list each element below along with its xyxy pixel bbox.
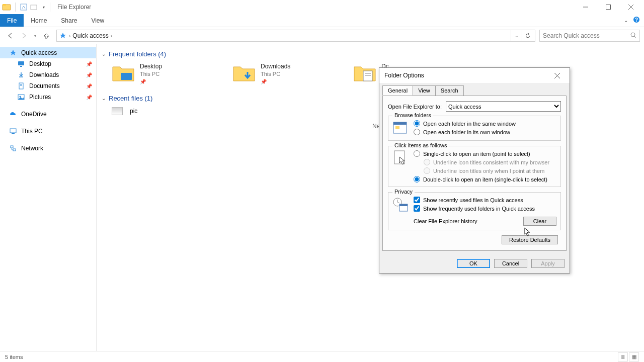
dialog-button-row: OK Cancel Apply: [379, 254, 570, 273]
group-legend: Click items as follows: [392, 142, 449, 148]
pictures-icon: [17, 93, 25, 101]
group-header-frequent[interactable]: ⌄ Frequent folders (4): [102, 50, 639, 58]
svg-marker-13: [10, 50, 16, 55]
sidebar-item-label: Pictures: [29, 94, 51, 101]
ribbon-expand-icon[interactable]: ⌄: [624, 18, 628, 23]
svg-rect-15: [20, 66, 22, 67]
sidebar-item-label: Quick access: [21, 49, 57, 56]
ribbon: File Home Share View ⌄ ?: [0, 14, 644, 27]
sidebar-item-onedrive[interactable]: OneDrive: [0, 109, 96, 120]
dialog-tabs: General View Search: [379, 83, 570, 96]
clear-button[interactable]: Clear: [523, 217, 556, 226]
separator: [50, 3, 50, 12]
group-header-label: Recent files (1): [109, 95, 152, 102]
dialog-titlebar: Folder Options: [379, 68, 570, 83]
minimize-button[interactable]: [574, 0, 597, 14]
dialog-title: Folder Options: [384, 72, 424, 79]
pin-icon: 📌: [86, 72, 92, 78]
sidebar-item-this-pc[interactable]: This PC: [0, 126, 96, 137]
svg-line-12: [634, 36, 636, 38]
sidebar-item-downloads[interactable]: Downloads 📌: [0, 69, 96, 80]
tab-general[interactable]: General: [382, 85, 413, 96]
back-button[interactable]: [4, 30, 16, 42]
qat-dropdown-icon[interactable]: ▾: [40, 3, 48, 11]
new-folder-icon[interactable]: [30, 3, 38, 11]
group-legend: Privacy: [392, 189, 415, 195]
refresh-button[interactable]: [522, 30, 533, 41]
radio-same-window[interactable]: Open each folder in the same window: [414, 120, 556, 127]
up-button[interactable]: [40, 30, 52, 42]
apply-button[interactable]: Apply: [531, 259, 565, 268]
file-name: pic: [130, 108, 137, 115]
help-icon[interactable]: ?: [633, 16, 640, 25]
group-click-items: Click items as follows Single-click to o…: [388, 146, 561, 187]
breadcrumb-segment[interactable]: Quick access: [72, 32, 108, 39]
chevron-right-icon[interactable]: ›: [69, 33, 70, 39]
search-box[interactable]: [539, 30, 640, 42]
svg-rect-40: [399, 204, 408, 206]
sidebar-item-quick-access[interactable]: Quick access: [0, 47, 96, 58]
folder-tile-desktop[interactable]: Desktop This PC 📌: [112, 63, 212, 84]
folder-name: Downloads: [261, 63, 290, 70]
svg-rect-33: [393, 122, 407, 125]
group-legend: Browse folders: [392, 112, 433, 118]
pin-icon: 📌: [86, 61, 92, 67]
quick-access-star-icon: [59, 32, 67, 40]
sidebar-item-pictures[interactable]: Pictures 📌: [0, 92, 96, 103]
open-to-select[interactable]: Quick access: [446, 101, 561, 112]
sidebar-item-documents[interactable]: Documents 📌: [0, 80, 96, 92]
radio-own-window[interactable]: Open each folder in its own window: [414, 129, 556, 135]
privacy-icon: [392, 197, 409, 213]
sidebar-item-label: OneDrive: [21, 111, 47, 118]
sidebar-item-label: Documents: [29, 82, 60, 89]
tab-view[interactable]: View: [84, 14, 111, 27]
this-pc-icon: [9, 127, 17, 135]
svg-rect-26: [121, 73, 132, 80]
pin-icon: 📌: [140, 79, 162, 84]
forward-button[interactable]: [18, 30, 30, 42]
quick-access-toolbar: ▾: [2, 3, 48, 12]
search-input[interactable]: [543, 32, 630, 39]
recent-locations-button[interactable]: ▾: [32, 30, 38, 42]
explorer-icon: [2, 3, 11, 12]
restore-defaults-button[interactable]: Restore Defaults: [502, 235, 558, 244]
dialog-close-button[interactable]: [549, 69, 565, 81]
address-dropdown-button[interactable]: ⌄: [511, 30, 522, 41]
svg-point-11: [631, 33, 635, 37]
radio-single-click[interactable]: Single-click to open an item (point to s…: [414, 150, 556, 157]
maximize-button[interactable]: [597, 0, 619, 14]
tab-share[interactable]: Share: [54, 14, 84, 27]
svg-rect-17: [19, 83, 23, 89]
checkbox-recent-files[interactable]: Show recently used files in Quick access: [414, 197, 556, 203]
cancel-button[interactable]: Cancel: [494, 259, 527, 268]
properties-icon[interactable]: [20, 3, 28, 11]
network-icon: [9, 144, 17, 152]
titlebar: ▾ File Explorer: [0, 0, 644, 14]
click-items-icon: [392, 150, 409, 166]
ok-button[interactable]: OK: [457, 259, 490, 268]
sidebar-item-desktop[interactable]: Desktop 📌: [0, 58, 96, 69]
search-icon[interactable]: [630, 32, 636, 40]
radio-double-click[interactable]: Double-click to open an item (single-cli…: [414, 176, 556, 183]
sidebar-item-network[interactable]: Network: [0, 143, 96, 154]
folder-icon: [112, 63, 135, 83]
close-button[interactable]: [619, 0, 642, 14]
file-tab[interactable]: File: [0, 14, 24, 27]
folder-icon: [232, 63, 256, 83]
tab-home[interactable]: Home: [24, 14, 54, 27]
view-large-icons-button[interactable]: ▦: [629, 352, 639, 361]
svg-rect-1: [3, 4, 6, 6]
clear-history-label: Clear File Explorer history: [414, 218, 523, 224]
view-details-button[interactable]: ≣: [618, 352, 628, 361]
group-header-label: Frequent folders (4): [109, 50, 166, 58]
tab-view[interactable]: View: [413, 85, 436, 96]
tab-search[interactable]: Search: [435, 85, 464, 96]
folder-tile-downloads[interactable]: Downloads This PC 📌: [232, 63, 333, 84]
checkbox-frequent-folders[interactable]: Show frequently used folders in Quick ac…: [414, 205, 556, 212]
chevron-right-icon[interactable]: ›: [111, 33, 112, 39]
sidebar-item-label: Network: [21, 145, 43, 152]
group-privacy: Privacy Show recently used files in Quic…: [388, 192, 561, 230]
separator: [15, 3, 16, 12]
folder-options-dialog: Folder Options General View Search Open …: [379, 67, 570, 274]
address-bar[interactable]: › Quick access › ⌄: [56, 30, 535, 42]
